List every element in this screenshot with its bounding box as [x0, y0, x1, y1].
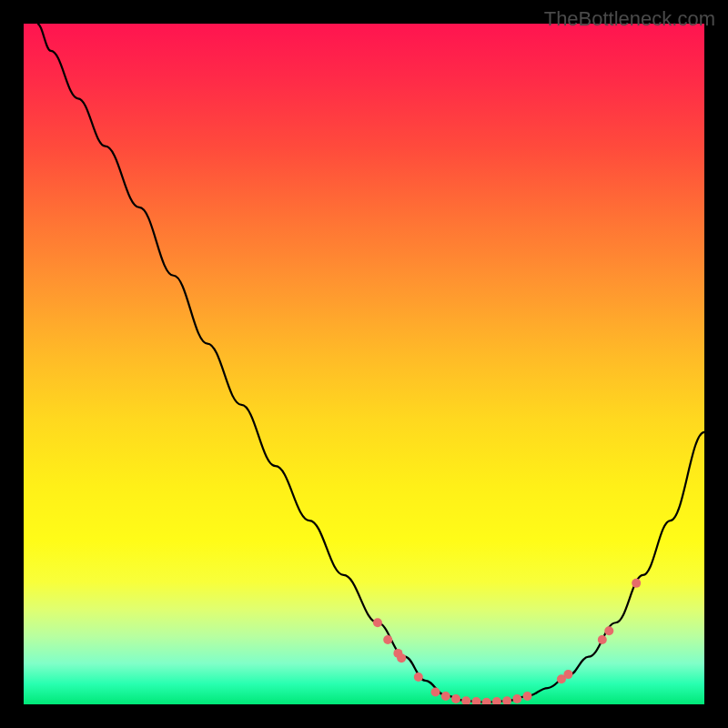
curve-line — [37, 24, 704, 703]
attribution-text: TheBottleneck.com — [544, 7, 715, 31]
chart-plot-area — [24, 24, 704, 704]
data-point — [604, 626, 613, 635]
data-point — [383, 635, 392, 644]
data-point — [523, 692, 532, 701]
data-point — [502, 696, 511, 704]
data-point — [461, 696, 470, 704]
data-point — [598, 635, 607, 644]
data-point — [492, 697, 501, 704]
data-point — [441, 692, 450, 701]
data-point — [632, 579, 641, 588]
data-point — [563, 670, 572, 679]
data-point — [471, 697, 480, 704]
data-points-group — [373, 579, 641, 704]
data-point — [451, 694, 460, 703]
data-point — [512, 694, 521, 703]
chart-svg — [24, 24, 704, 704]
data-point — [397, 653, 406, 662]
data-point — [431, 688, 440, 697]
data-point — [373, 618, 382, 627]
data-point — [414, 672, 423, 682]
data-point — [482, 698, 491, 704]
